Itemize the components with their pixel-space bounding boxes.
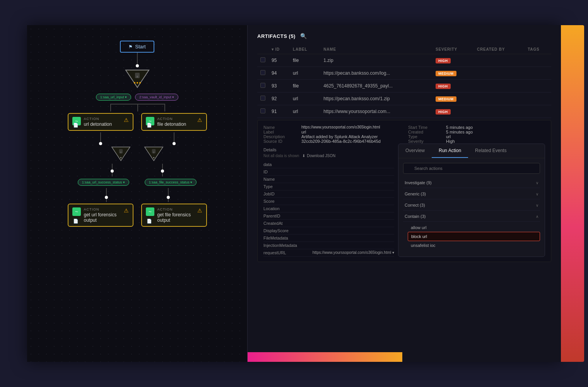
chevron-investigate: ∨ [536, 181, 538, 185]
download-label: Download JSON [307, 154, 335, 158]
data-field-name: Name [263, 176, 394, 183]
doc-icon-url: 📄 [73, 123, 79, 128]
data-field-requesturl: requestURL https://www.yourssoportal.com… [263, 249, 394, 257]
col-id: ▾ ID [268, 45, 290, 54]
table-row[interactable]: 94 url https://pecan.banksso.com/log... … [257, 67, 551, 80]
action-group-header-contain[interactable]: Contain (3) ∧ [403, 211, 540, 222]
action-icon-file-forensics: 〜 [146, 207, 154, 216]
data-field-parentid: ParentID [263, 212, 394, 220]
action-tabs: Overview Run Action Related Events [398, 144, 545, 158]
filter-node-3: ≡ [143, 145, 164, 164]
detail-row-severity: Severity High [408, 139, 545, 144]
action-item-unsafelist-ioc[interactable]: unsafelist ioc [408, 241, 540, 250]
row-severity: HIGH [432, 54, 474, 67]
flag-icon: ⚑ [128, 44, 133, 50]
row-severity: MEDIUM [432, 92, 474, 105]
action-group-header-correct[interactable]: Correct (3) ∨ [403, 200, 540, 211]
download-json-link[interactable]: ⬇ Download JSON [302, 154, 335, 158]
warning-icon-url-forensics: ⚠ [124, 207, 129, 214]
row-tags [525, 105, 551, 118]
col-name: NAME [320, 45, 432, 54]
tab-related-events[interactable]: Related Events [468, 144, 513, 158]
detail-label-type: Type [408, 134, 443, 139]
artifacts-table: ▾ ID LABEL NAME SEVERITY CREATED BY TAGS… [257, 45, 551, 118]
col-tags: TAGS [525, 45, 551, 54]
table-row[interactable]: 92 url https://pecan.banksso.com/1.zip M… [257, 92, 551, 105]
bottom-gradient-bar [248, 352, 402, 362]
details-section: Details Not all data is shown ⬇ Download… [263, 147, 394, 158]
tag-url-status[interactable]: 1:saa_url_success_status ▾ [78, 179, 129, 186]
data-field-jobid: JobID [263, 190, 394, 198]
action-group-generic: Generic (3) ∨ [403, 189, 540, 199]
row-checkbox[interactable] [257, 105, 268, 118]
action-group-contain: Contain (3) ∧ allow url block url unsafe… [403, 211, 540, 251]
row-id: 93 [268, 80, 290, 92]
row-created-by [474, 80, 525, 92]
action-url-forensics[interactable]: 〜 ACTION get url forensicsoutput ⚠ 📄 [68, 204, 133, 227]
tag-vault-input[interactable]: 2:saa_vault_id_input ▾ [135, 94, 178, 101]
data-field-filemetadata: FileMetadata [263, 235, 394, 242]
start-node[interactable]: ⚑ Start [120, 41, 154, 53]
svg-text:≡: ≡ [136, 75, 138, 79]
action-group-header-investigate[interactable]: Investigate (9) ∨ [403, 178, 540, 188]
tag-file-status[interactable]: 1:saa_file_success_status ▾ [145, 179, 197, 186]
table-row[interactable]: 93 file 4625_7614892678_49355_payl... HI… [257, 80, 551, 92]
action-url-detonation[interactable]: 〜 ACTION url detonation ⚠ 📄 [68, 113, 133, 131]
row-created-by [474, 105, 525, 118]
search-actions-input[interactable] [403, 163, 540, 174]
tab-run-action[interactable]: Run Action [432, 144, 468, 158]
row-checkbox[interactable] [257, 67, 268, 80]
action-group-header-generic[interactable]: Generic (3) ∨ [403, 189, 540, 199]
action-file-forensics[interactable]: 〜 ACTION get file forensicsoutput ⚠ 📄 [141, 204, 207, 227]
row-checkbox[interactable] [257, 92, 268, 105]
table-row[interactable]: 91 url https://www.yourssoportal.com... … [257, 105, 551, 118]
detail-row-sourceid: Source ID 32ccb209-206b-485a-8c2c-f96b47… [263, 139, 400, 144]
detail-value-starttime: 5 minutes ago [446, 125, 473, 130]
action-group-correct: Correct (3) ∨ [403, 200, 540, 211]
detail-row-label: Label url [263, 130, 400, 134]
detail-row-type: Type url [408, 134, 545, 139]
row-created-by [474, 54, 525, 67]
row-checkbox[interactable] [257, 54, 268, 67]
svg-marker-6 [111, 147, 130, 161]
start-label: Start [135, 44, 145, 50]
data-field-displayscore: DisplayScore [263, 227, 394, 235]
data-field-score: Score [263, 198, 394, 205]
col-checkbox [257, 45, 268, 54]
filter-node-1: ≡ [124, 68, 151, 91]
row-checkbox[interactable] [257, 80, 268, 92]
row-created-by [474, 67, 525, 80]
row-id: 95 [268, 54, 290, 67]
artifacts-title: ARTIFACTS (5) [257, 33, 296, 39]
detail-panel: Name https://www.yourssoportal.com/o365l… [257, 120, 551, 262]
row-created-by [474, 92, 525, 105]
detail-label-description: Description [263, 134, 298, 139]
table-row[interactable]: 95 file 1.zip HIGH [257, 54, 551, 67]
workflow-canvas: ⚑ Start ≡ 1:saa_url_inpu [27, 25, 247, 362]
col-severity: SEVERITY [432, 45, 474, 54]
detail-grid: Name https://www.yourssoportal.com/o365l… [263, 125, 545, 144]
right-panel: ARTIFACTS (5) 🔍 ▾ ID LABEL NAME SEVERITY… [248, 25, 561, 362]
svg-text:≡: ≡ [120, 151, 121, 154]
data-field-location: Location [263, 205, 394, 212]
data-field-createdat: CreatedAt [263, 220, 394, 227]
workflow-panel: ⚑ Start ≡ 1:saa_url_inpu [27, 25, 248, 362]
action-panel: Overview Run Action Related Events Inves… [398, 144, 545, 257]
row-name: https://pecan.banksso.com/log... [320, 67, 432, 80]
warning-icon-file-forensics: ⚠ [197, 207, 202, 214]
tab-overview[interactable]: Overview [398, 144, 432, 158]
tag-url-input[interactable]: 1:saa_url_input ▾ [96, 94, 131, 101]
action-item-block-url[interactable]: block url [408, 232, 540, 241]
svg-point-8 [120, 157, 121, 158]
detail-label-severity: Severity [408, 139, 443, 144]
connectors-row-2 [68, 132, 207, 145]
download-icon: ⬇ [302, 154, 305, 158]
row-label: url [290, 67, 320, 80]
main-window: ⚑ Start ≡ 1:saa_url_inpu [27, 25, 561, 362]
action-item-allow-url[interactable]: allow url [408, 223, 540, 232]
data-field-data: data [263, 161, 394, 168]
row-severity: HIGH [432, 80, 474, 92]
artifacts-search-icon[interactable]: 🔍 [300, 33, 307, 39]
detail-value-created: 5 minutes ago [446, 130, 473, 134]
action-file-detonation[interactable]: 〜 ACTION file detonation ⚠ 📄 [141, 113, 207, 131]
